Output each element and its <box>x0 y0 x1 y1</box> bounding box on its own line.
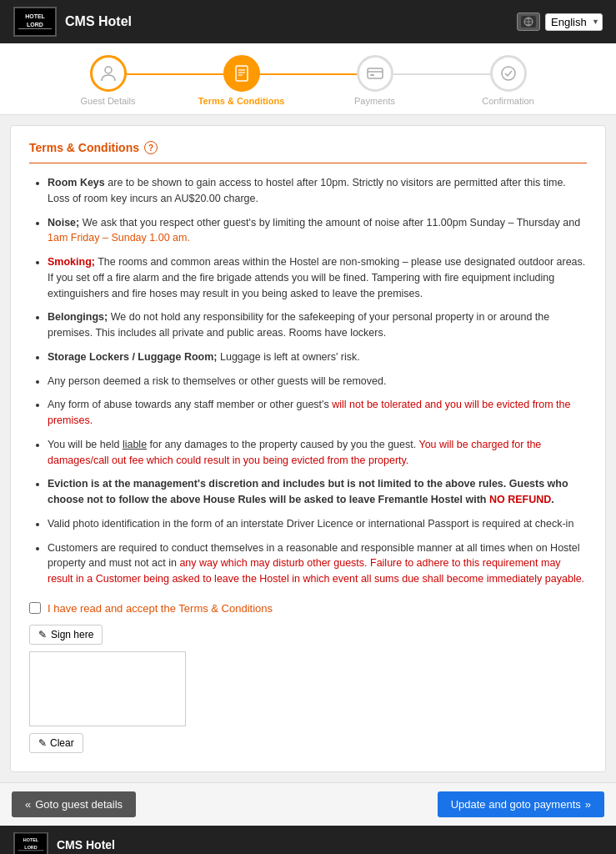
term-belongings-label: Belongings; <box>48 311 108 323</box>
main-content: Terms & Conditions ? Room Keys are to be… <box>10 125 606 772</box>
svg-text:HOTEL: HOTEL <box>23 837 39 842</box>
term-noise: Noise; We ask that you respect other gue… <box>48 215 587 247</box>
help-icon[interactable]: ? <box>144 141 158 154</box>
footer-title: CMS Hotel <box>57 838 115 851</box>
svg-point-16 <box>502 67 515 80</box>
sign-here-button[interactable]: ✎ Sign here <box>29 625 103 645</box>
accept-checkbox[interactable] <box>29 602 41 614</box>
svg-rect-15 <box>370 74 374 76</box>
progress-steps: Guest Details Terms & Conditions Payment… <box>0 43 616 115</box>
term-storage-text: Luggage is left at owners' risk. <box>220 351 360 363</box>
svg-text:LORD: LORD <box>27 22 43 28</box>
logo-area: HOTEL LORD CMS Hotel <box>13 7 132 37</box>
step-payments: Payments <box>308 55 442 106</box>
svg-text:LORD: LORD <box>24 844 37 849</box>
step-circle-confirmation <box>490 55 527 92</box>
clear-button[interactable]: ✎ Clear <box>29 733 83 753</box>
term-noise-label: Noise; <box>48 217 79 229</box>
accept-row[interactable]: I have read and accept the Terms & Condi… <box>29 602 587 615</box>
term-room-keys: Room Keys are to be shown to gain access… <box>48 175 587 207</box>
back-label: Goto guest details <box>35 798 123 811</box>
svg-rect-20 <box>18 850 44 851</box>
section-title: Terms & Conditions ? <box>29 141 587 154</box>
language-selector[interactable]: English <box>517 13 603 31</box>
term-smoking-label: Smoking; <box>48 256 95 268</box>
term-conduct: Customers are required to conduct themse… <box>48 540 587 587</box>
term-risk-text: Any person deemed a risk to themselves o… <box>48 375 386 387</box>
section-divider <box>29 163 587 163</box>
term-room-keys-label: Room Keys <box>48 177 105 188</box>
step-label-payments: Payments <box>354 96 395 106</box>
section-title-text: Terms & Conditions <box>29 141 139 154</box>
step-label-confirmation: Confirmation <box>482 96 533 106</box>
term-smoking-text: The rooms and common areas within the Ho… <box>48 256 585 299</box>
step-label-terms: Terms & Conditions <box>198 96 285 106</box>
bottom-nav: « Goto guest details Update and goto pay… <box>0 782 616 826</box>
bottom-footer: HOTEL LORD CMS Hotel <box>0 826 616 854</box>
clear-icon: ✎ <box>38 737 47 749</box>
step-confirmation: Confirmation <box>442 55 575 106</box>
header-logo: HOTEL LORD <box>13 7 57 37</box>
step-circle-guest <box>90 55 127 92</box>
svg-rect-13 <box>368 68 383 78</box>
sign-button-label: Sign here <box>51 629 93 640</box>
step-label-guest: Guest Details <box>80 96 135 106</box>
step-guest-details: Guest Details <box>42 55 175 106</box>
svg-rect-9 <box>236 66 248 81</box>
sign-icon: ✎ <box>38 629 47 640</box>
forward-label: Update and goto payments <box>451 798 581 811</box>
term-noise-highlight: 1am Friday – Sunday 1.00 am. <box>48 232 190 244</box>
step-circle-terms <box>223 55 260 92</box>
language-select-wrap[interactable]: English <box>545 13 603 31</box>
footer-logo: HOTEL LORD <box>13 832 48 854</box>
term-storage: Storage Lockers / Luggage Room; Luggage … <box>48 349 587 365</box>
accept-label[interactable]: I have read and accept the Terms & Condi… <box>48 602 273 615</box>
terms-list: Room Keys are to be shown to gain access… <box>29 175 587 587</box>
term-abuse: Any form of abuse towards any staff memb… <box>48 397 587 429</box>
term-room-keys-text: are to be shown to gain access to hostel… <box>48 177 566 204</box>
term-storage-label: Storage Lockers / Luggage Room; <box>48 351 218 363</box>
signature-canvas[interactable] <box>29 651 186 726</box>
language-dropdown[interactable]: English <box>545 13 603 31</box>
svg-point-8 <box>105 67 112 73</box>
language-icon <box>517 13 540 31</box>
term-photo-id-text: Valid photo identification in the form o… <box>48 518 573 530</box>
term-eviction: Eviction is at the management's discreti… <box>48 476 587 508</box>
term-eviction-end: . <box>551 494 553 505</box>
term-liable: You will be held liable for any damages … <box>48 437 587 469</box>
svg-rect-3 <box>18 28 52 29</box>
forward-button[interactable]: Update and goto payments » <box>438 791 604 817</box>
clear-label: Clear <box>50 737 74 749</box>
back-button[interactable]: « Goto guest details <box>12 791 136 817</box>
term-abuse-text: Any form of abuse towards any staff memb… <box>48 399 332 410</box>
term-belongings-text: We do not hold any responsibility for th… <box>48 311 549 339</box>
term-risk: Any person deemed a risk to themselves o… <box>48 374 587 389</box>
term-photo-id: Valid photo identification in the form o… <box>48 516 587 532</box>
term-smoking: Smoking; The rooms and common areas with… <box>48 254 587 301</box>
step-terms: Terms & Conditions <box>175 55 308 106</box>
top-header: HOTEL LORD CMS Hotel English <box>0 0 616 43</box>
forward-icon: » <box>585 798 591 811</box>
term-eviction-no-refund: NO REFUND <box>489 494 551 505</box>
term-belongings: Belongings; We do not hold any responsib… <box>48 309 587 341</box>
term-noise-text: We ask that you respect other guest's by… <box>83 217 580 229</box>
header-title: CMS Hotel <box>65 14 132 29</box>
back-icon: « <box>25 798 31 811</box>
step-circle-payments <box>357 55 393 92</box>
svg-text:HOTEL: HOTEL <box>25 13 45 19</box>
term-liable-text1: You will be held liable for any damages … <box>48 439 418 450</box>
